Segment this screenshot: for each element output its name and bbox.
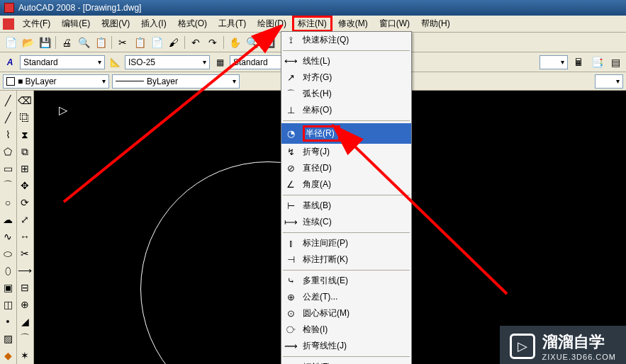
watermark-main: 溜溜自学 [542,331,616,353]
open-icon[interactable]: 📂 [20,35,35,50]
make-block-icon[interactable]: ◫ [0,297,16,312]
dropdown-arrow-icon: ▾ [616,77,620,85]
break-icon[interactable]: ⊟ [17,280,33,295]
move-icon[interactable]: ✥ [17,178,33,193]
mi-oblique[interactable]: ⟋ 倾斜(F) [281,359,411,364]
menu-modify[interactable]: 修改(M) [332,16,374,32]
extend-icon[interactable]: ⟶ [17,263,33,278]
gradient-icon[interactable]: ◆ [0,348,16,363]
system-menu-icon[interactable] [3,18,14,30]
circle-icon[interactable]: ○ [0,195,16,210]
dropdown-arrow-icon: ▾ [561,58,564,66]
separator [283,50,410,51]
inspect-icon: ⧂ [284,324,297,336]
sheet-icon[interactable]: 📑 [589,55,605,70]
separator [283,356,410,357]
watermark-sub: ZIXUE.3D66.COM [542,353,616,361]
arc-icon[interactable]: ⌒ [0,178,16,193]
hatch-icon[interactable]: ▨ [0,331,16,346]
titlebar: AutoCAD 2008 - [Drawing1.dwg] [0,0,626,16]
mi-center-mark[interactable]: ⊙ 圆心标记(M) [281,305,411,322]
aux-combo[interactable]: ▾ [540,55,568,69]
mirror-icon[interactable]: ⧗ [17,127,33,142]
oblique-icon: ⟋ [284,362,297,365]
mi-ordinate[interactable]: ⊥ 坐标(O) [281,102,411,118]
revcloud-icon[interactable]: ☁ [0,212,16,227]
calc-icon[interactable]: 🖩 [571,55,586,70]
stretch-icon[interactable]: ↔ [17,229,33,244]
tolerance-icon: ⊕ [284,292,297,303]
polygon-icon[interactable]: ⬠ [0,144,16,159]
scale-icon[interactable]: ⤢ [17,212,33,227]
insert-block-icon[interactable]: ▣ [0,280,16,295]
jogged-linear-icon: ⟿ [284,341,297,352]
multileader-icon: ⤷ [284,275,297,287]
play-icon: ▷ [510,334,535,359]
app-icon [4,3,14,13]
left-toolbars: ╱ ╱ ⌇ ⬠ ▭ ⌒ ○ ☁ ∿ ⬭ ⬯ ▣ ◫ • ▨ ◆ ⌫ ⿻ ⧗ ⧉ … [0,91,34,364]
separator [283,120,410,121]
ellipse-icon[interactable]: ⬭ [0,246,16,261]
draw-toolbar: ╱ ╱ ⌇ ⬠ ▭ ⌒ ○ ☁ ∿ ⬭ ⬯ ▣ ◫ • ▨ ◆ [0,91,17,364]
erase-icon[interactable]: ⌫ [17,93,33,108]
ellipse-arc-icon[interactable]: ⬯ [0,263,16,278]
offset-icon[interactable]: ⧉ [17,144,33,159]
dim-space-icon: ⫿ [284,238,297,249]
mi-aligned[interactable]: ↗ 对齐(G) [281,69,411,86]
mi-quick-dim[interactable]: ⟟ 快速标注(Q) [281,32,411,48]
svg-line-0 [64,27,280,202]
mi-arc-length[interactable]: ⌒ 弧长(H) [281,86,411,102]
center-mark-icon: ⊙ [284,308,297,319]
pline-icon[interactable]: ⌇ [0,127,16,142]
annotation-arrow-2 [330,124,514,301]
point-icon[interactable]: • [0,314,16,329]
copy-obj-icon[interactable]: ⿻ [17,110,33,125]
explode-icon[interactable]: ✶ [17,348,33,363]
trim-icon[interactable]: ✂ [17,246,33,261]
rectangle-icon[interactable]: ▭ [0,161,16,176]
spline-icon[interactable]: ∿ [0,229,16,244]
window-title: AutoCAD 2008 - [Drawing1.dwg] [18,3,141,13]
annotation-arrow-1 [50,25,291,209]
chamfer-icon[interactable]: ◢ [17,314,33,329]
svg-line-1 [335,127,507,294]
rotate-icon[interactable]: ⟳ [17,195,33,210]
watermark: ▷ 溜溜自学 ZIXUE.3D66.COM [500,326,626,364]
new-icon[interactable]: 📄 [3,35,18,50]
layer-icon[interactable]: ▤ [608,55,623,70]
watermark-text: 溜溜自学 ZIXUE.3D66.COM [542,331,616,361]
mi-inspect[interactable]: ⧂ 检验(I) [281,322,411,338]
fillet-icon[interactable]: ⌒ [17,331,33,346]
text-style-icon[interactable]: A [3,55,17,69]
menu-help[interactable]: 帮助(H) [415,16,456,32]
continue-icon: ⟼ [284,217,297,228]
aux-combo2[interactable]: ▾ [595,74,623,89]
menu-window[interactable]: 窗口(W) [374,16,415,32]
join-icon[interactable]: ⊕ [17,297,33,312]
dim-break-icon: ⊣ [284,254,297,266]
mi-linear[interactable]: ⟷ 线性(L) [281,53,411,69]
line-icon[interactable]: ╱ [0,93,16,108]
xline-icon[interactable]: ╱ [0,110,16,125]
mi-jogged-linear[interactable]: ⟿ 折弯线性(J) [281,338,411,354]
array-icon[interactable]: ⊞ [17,161,33,176]
modify-toolbar: ⌫ ⿻ ⧗ ⧉ ⊞ ✥ ⟳ ⤢ ↔ ✂ ⟶ ⊟ ⊕ ◢ ⌒ ✶ [17,91,34,364]
menu-dimension[interactable]: 标注(N) [292,16,332,32]
